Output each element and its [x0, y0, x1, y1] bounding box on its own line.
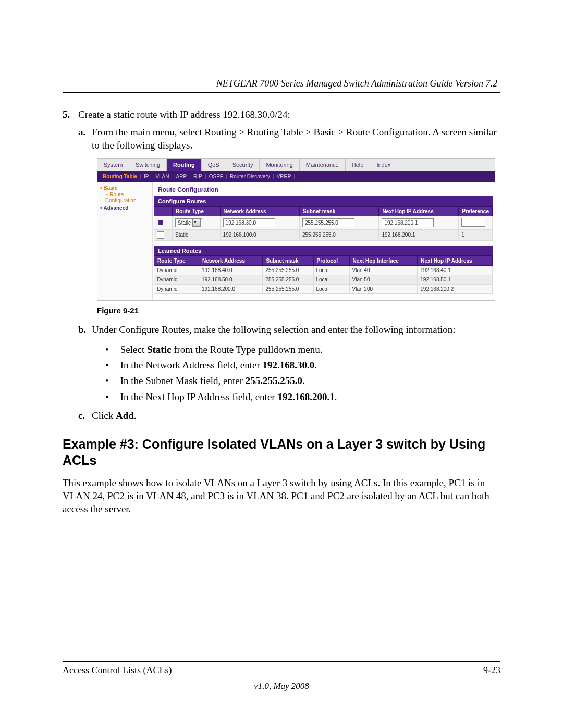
tab-switching[interactable]: Switching — [129, 159, 167, 171]
next-hop-input[interactable]: 192.168.200.1 — [382, 218, 434, 227]
text: Click — [92, 410, 116, 421]
subnet-mask-input[interactable]: 255.255.255.0 — [302, 218, 354, 227]
row2-network-address: 192.168.100.0 — [220, 229, 299, 240]
route-type-value: Static — [178, 220, 191, 226]
list-item: In the Next Hop IP Address field, enter … — [105, 389, 456, 405]
subtab-router-discovery[interactable]: Router Discovery — [227, 174, 274, 179]
tab-routing[interactable]: Routing — [167, 159, 202, 171]
lcol-next-hop-ip: Next Hop IP Address — [418, 256, 493, 265]
lcol-subnet-mask: Subnet mask — [263, 256, 313, 265]
section-heading: Example #3: Configure Isolated VLANs on … — [63, 436, 500, 469]
cell: 192.168.50.1 — [418, 275, 493, 284]
table-row: Static 192.168.30.0 255.255.255.0 192.16… — [154, 216, 493, 229]
step-5b-text: Under Configure Routes, make the followi… — [92, 324, 456, 335]
tab-maintenance[interactable]: Maintenance — [300, 159, 346, 171]
sidebar-item-route-configuration[interactable]: Route Configuration — [105, 192, 150, 203]
subtab-rip[interactable]: RIP — [190, 174, 206, 179]
list-item: Select Static from the Route Type pulldo… — [105, 342, 456, 357]
learned-routes-table: Route Type Network Address Subnet mask P… — [154, 256, 493, 294]
text: In the Network Address field, enter — [120, 360, 263, 371]
tab-security[interactable]: Security — [226, 159, 260, 171]
panel-title: Route Configuration — [158, 186, 493, 193]
sidebar-item-basic[interactable]: Basic — [100, 185, 150, 191]
col-network-address: Network Address — [220, 206, 299, 216]
chevron-down-icon[interactable] — [192, 219, 201, 227]
section-paragraph: This example shows how to isolate VLANs … — [63, 476, 500, 516]
learned-routes-header: Learned Routes — [154, 246, 493, 256]
sidebar-item-advanced[interactable]: Advanced — [100, 205, 150, 211]
col-subnet-mask: Subnet mask — [299, 206, 378, 216]
cell: Dynamic — [154, 265, 199, 275]
footer-version: v1.0, May 2008 — [63, 681, 500, 692]
subtab-ip[interactable]: IP — [141, 174, 152, 179]
configure-routes-table: Route Type Network Address Subnet mask N… — [154, 206, 493, 241]
running-header: NETGEAR 7000 Series Managed Switch Admin… — [63, 78, 500, 89]
cell: Dynamic — [154, 275, 199, 284]
table-row: Dynamic 192.168.200.0 255.255.255.0 Loca… — [154, 284, 493, 293]
text-bold: Static — [147, 344, 171, 355]
cell: 255.255.255.0 — [263, 265, 313, 275]
subtab-ospf[interactable]: OSPF — [206, 174, 227, 179]
text: In the Subnet Mask field, enter — [120, 375, 246, 386]
list-item: In the Network Address field, enter 192.… — [105, 357, 456, 373]
cell: Vlan 200 — [349, 284, 418, 293]
step-5-marker: 5. — [63, 108, 78, 121]
row2-next-hop: 192.168.200.1 — [379, 229, 459, 240]
col-preference: Preference — [459, 206, 493, 216]
step-5-text: Create a static route with IP address 19… — [78, 108, 290, 121]
tab-qos[interactable]: QoS — [202, 159, 226, 171]
header-rule — [63, 92, 500, 93]
main-panel: Route Configuration Configure Routes Rou… — [153, 182, 495, 300]
cell: 255.255.255.0 — [263, 284, 313, 293]
preference-input[interactable] — [461, 218, 485, 227]
subtab-routing-table[interactable]: Routing Table — [100, 174, 141, 179]
tab-index[interactable]: Index — [370, 159, 397, 171]
route-configuration-screenshot: System Switching Routing QoS Security Mo… — [97, 158, 495, 301]
cell: 192.168.200.0 — [199, 284, 263, 293]
text: . — [335, 391, 337, 402]
footer-right: 9-23 — [483, 665, 500, 676]
cell: Vlan 50 — [349, 275, 418, 284]
sub-tabs: Routing Table IP VLAN ARP RIP OSPF Route… — [97, 171, 495, 182]
route-type-select[interactable]: Static — [175, 218, 202, 227]
text: . — [302, 375, 305, 386]
row2-checkbox[interactable] — [157, 231, 164, 239]
text: In the Next Hop IP Address field, enter — [120, 391, 278, 402]
text-bold: 192.168.30.0 — [263, 360, 315, 371]
cell: 192.168.40.0 — [199, 265, 263, 275]
tab-system[interactable]: System — [97, 159, 129, 171]
sidebar: Basic Route Configuration Advanced — [97, 182, 153, 300]
tab-monitoring[interactable]: Monitoring — [260, 159, 299, 171]
cell: 192.168.50.0 — [199, 275, 263, 284]
cell: Local — [313, 265, 349, 275]
tab-help[interactable]: Help — [346, 159, 371, 171]
cell: Local — [313, 275, 349, 284]
lcol-protocol: Protocol — [313, 256, 349, 265]
table-row: Dynamic 192.168.40.0 255.255.255.0 Local… — [154, 265, 493, 275]
list-item: In the Subnet Mask field, enter 255.255.… — [105, 373, 456, 389]
lcol-network-address: Network Address — [199, 256, 263, 265]
text-bold: Add — [116, 410, 134, 421]
step-5c-text: Click Add. — [92, 410, 137, 422]
subtab-vrrp[interactable]: VRRP — [274, 174, 295, 179]
cell: 192.168.200.2 — [418, 284, 493, 293]
cell: 255.255.255.0 — [263, 275, 313, 284]
row1-checkbox[interactable] — [157, 219, 164, 226]
bullet-list: Select Static from the Route Type pulldo… — [92, 342, 456, 405]
col-route-type: Route Type — [173, 206, 221, 216]
text: from the Route Type pulldown menu. — [171, 344, 322, 355]
text: . — [134, 410, 137, 421]
footer-rule — [63, 661, 500, 662]
row2-subnet-mask: 255.255.255.0 — [299, 229, 378, 240]
figure-caption: Figure 9-21 — [97, 306, 500, 315]
top-tabs: System Switching Routing QoS Security Mo… — [97, 159, 495, 171]
text: . — [314, 360, 317, 371]
text-bold: 192.168.200.1 — [277, 391, 334, 402]
step-5a-marker: a. — [78, 126, 92, 152]
configure-routes-header: Configure Routes — [154, 196, 493, 206]
subtab-vlan[interactable]: VLAN — [152, 174, 173, 179]
text-bold: 255.255.255.0 — [246, 375, 302, 386]
subtab-arp[interactable]: ARP — [173, 174, 191, 179]
network-address-input[interactable]: 192.168.30.0 — [223, 218, 275, 227]
lcol-next-hop-interface: Next Hop Interface — [349, 256, 418, 265]
